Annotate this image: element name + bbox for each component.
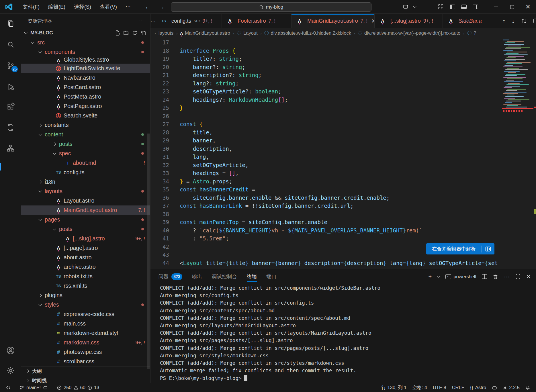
tree-item[interactable]: ΛPostMeta.astro [21,92,150,101]
editor-tab[interactable]: TSconfig.tssrc9+, ! [156,14,222,28]
breadcrumb-item[interactable]: ? [467,30,476,36]
sidebar-scrollbar[interactable] [147,134,150,369]
editor-tab[interactable]: ΛSideBar.a [443,14,497,28]
tree-item[interactable]: SLightDarkSwitch.svelte [21,64,150,73]
encoding[interactable]: UTF-8 [430,383,449,392]
new-folder-icon[interactable] [123,30,129,36]
search-icon[interactable] [0,36,21,53]
close-button[interactable]: ✕ [520,0,536,14]
indentation[interactable]: 空格: 4 [410,383,430,392]
tree-item[interactable]: #markdown.css9+, ! [21,338,150,347]
tree-item[interactable]: TSconfig.ts [21,168,150,177]
tree-folder[interactable]: posts [21,224,150,234]
run-debug-icon[interactable] [0,79,21,95]
command-center-search[interactable]: my-blog [171,2,371,12]
tree-item[interactable]: Λ[...page].astro [21,243,150,253]
source-control-icon[interactable]: 25 [0,57,21,74]
terminal-dropdown-icon[interactable] [437,274,440,277]
explorer-icon[interactable] [0,15,21,32]
outline-section[interactable]: 大纲 [21,366,150,376]
tree-folder[interactable]: layouts [21,187,150,196]
breadcrumb-item[interactable]: div.absolute.w-full.z-0.hidden.2xl:block [264,30,351,36]
terminal-output[interactable]: CONFLICT (add/add): Merge conflict in sr… [150,284,536,383]
new-terminal-icon[interactable]: + [429,273,432,280]
language-mode[interactable]: {} Astro [467,383,489,392]
tree-item[interactable]: ΛNavbar.astro [21,73,150,83]
tree-folder[interactable]: src [21,38,150,47]
refresh-icon[interactable] [132,30,138,36]
tree-item[interactable]: ΛLayout.astro [21,196,150,205]
project-root-row[interactable]: MY-BLOG [21,28,150,38]
tree-item[interactable]: ΛMainGridLayout.astro7, ! [21,205,150,215]
tree-folder[interactable]: posts [21,139,150,149]
tree-folder[interactable]: plugins [21,291,150,300]
split-editor-icon[interactable] [533,19,536,23]
notifications-bell-icon[interactable] [523,383,533,392]
terminal-instance[interactable]: >_ powershell [445,274,476,279]
tree-item[interactable]: ↓about.md! [21,158,150,168]
tree-item[interactable]: #main.css [21,319,150,328]
maximize-button[interactable] [504,0,520,14]
panel-tab-端口[interactable]: 端口 [267,269,277,284]
tree-item[interactable]: ΛPostPage.astro [21,101,150,111]
editor-tab[interactable]: Λ[...slug].astro9+, ! [375,14,443,28]
tree-item[interactable]: Λ[...slug].astro9+, ! [21,234,150,243]
minimap[interactable] [502,38,533,269]
tree-item[interactable]: #scrollbar.css [21,357,150,366]
tree-folder[interactable]: components [21,47,150,57]
chevron-down-icon[interactable] [412,0,418,14]
tree-item[interactable]: TSrobots.txt.ts [21,272,150,281]
panel-tab-终端[interactable]: 终端 [247,269,257,284]
git-branch-status[interactable]: main+! [17,383,50,392]
account-icon[interactable] [0,342,21,359]
panel-more-actions-icon[interactable]: ··· [504,273,510,280]
editor-tab[interactable]: ΛMainGridLayout.astro7, !✕ [292,14,375,28]
tree-folder[interactable]: content [21,130,150,139]
extensions-icon[interactable] [0,99,21,115]
breadcrumb-item[interactable]: ΛMainGridLayout.astro [180,30,230,36]
hierarchy-icon[interactable] [0,140,21,156]
code-editor[interactable]: 1718interface Props {19 title?: string;2… [150,38,536,269]
tree-folder[interactable]: pages [21,215,150,224]
tree-item[interactable]: #photoswipe.css [21,347,150,357]
more-tabs-icon[interactable]: ··· [150,14,156,28]
maximize-panel-icon[interactable] [515,274,521,279]
menu-selection[interactable]: 选择(S) [70,2,95,12]
new-file-icon[interactable] [115,30,120,36]
collapse-all-icon[interactable] [140,30,146,36]
tree-folder[interactable]: spec [21,149,150,158]
breadcrumb-item[interactable]: layouts [159,30,173,36]
tree-item[interactable]: Λarchive.astro [21,262,150,272]
customize-layout-icon[interactable] [435,0,447,14]
copilot-icon[interactable] [400,0,412,14]
panel-tab-调试控制台[interactable]: 调试控制台 [212,269,237,284]
settings-gear-icon[interactable] [0,362,21,379]
toggle-panel-icon[interactable] [458,0,470,14]
tree-item[interactable]: TSrss.xml.ts [21,281,150,291]
back-arrow-icon[interactable]: ← [145,3,151,11]
panel-tab-输出[interactable]: 输出 [192,269,202,284]
tree-item[interactable]: Λabout.astro [21,253,150,262]
tree-folder[interactable]: constants [21,120,150,130]
toggle-secondary-sidebar-icon[interactable] [470,0,481,14]
tree-item[interactable]: SSearch.svelte [21,111,150,120]
remote-indicator[interactable] [3,383,14,392]
menu-view[interactable]: 查看(V) [95,2,121,12]
copilot-status-icon[interactable] [489,383,500,392]
kill-terminal-trash-icon[interactable] [493,274,498,279]
breadcrumb-item[interactable]: div.relative.max-w-[var(--page-width)].m… [358,30,460,36]
breadcrumb-item[interactable]: Layout [237,30,258,36]
sync-arrows-icon[interactable] [0,119,21,136]
menu-more[interactable]: ··· [121,2,135,12]
menu-edit[interactable]: 编辑(E) [44,2,70,12]
minimize-button[interactable] [488,0,504,14]
tab-close-icon[interactable]: ✕ [371,18,375,24]
tree-folder[interactable]: i18n [21,177,150,187]
editor-tab[interactable]: ΛFooter.astro7, ! [222,14,292,28]
tree-item[interactable]: ≈markdown-extend.styl [21,328,150,338]
toggle-primary-sidebar-icon[interactable] [447,0,458,14]
arrow-up-icon[interactable]: ↑ [502,18,505,24]
tree-item[interactable]: #expressive-code.css [21,309,150,319]
astro-version-status[interactable]: 2.2.5 [500,383,523,392]
compare-changes-icon[interactable] [521,18,527,24]
